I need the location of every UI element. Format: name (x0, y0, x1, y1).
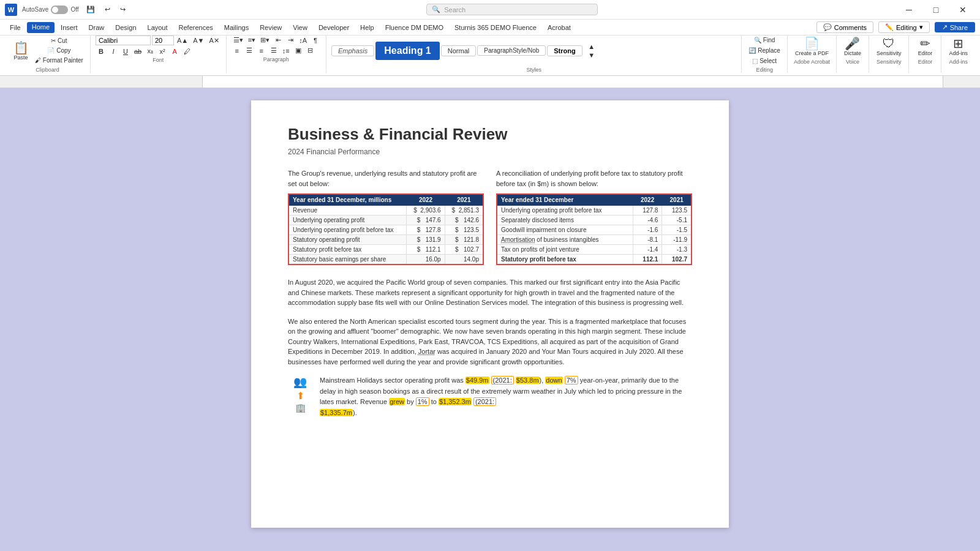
replace-button[interactable]: 🔄 Replace (747, 46, 782, 55)
col-header-2021: 2021 (445, 194, 483, 206)
save-button[interactable]: 💾 (84, 4, 97, 15)
financial-table: Year ended 31 December, millions 2022 20… (288, 193, 484, 265)
menu-fluence-dm[interactable]: Fluence DM DEMO (380, 23, 448, 32)
sort-button[interactable]: ↕A (297, 36, 309, 45)
menu-draw[interactable]: Draw (84, 23, 110, 32)
bullets-button[interactable]: ☰▾ (232, 36, 245, 45)
align-left-button[interactable]: ≡ (232, 47, 243, 55)
close-button[interactable]: ✕ (951, 0, 975, 20)
highlight-pct: 7% (565, 376, 578, 384)
borders-button[interactable]: ⊟ (305, 46, 316, 55)
italic-button[interactable]: I (108, 47, 119, 56)
document-title: Business & Financial Review (288, 125, 692, 144)
decrease-font-button[interactable]: A▼ (191, 36, 206, 45)
menu-view[interactable]: View (288, 23, 312, 32)
style-emphasis[interactable]: Emphasis (331, 45, 374, 56)
row-val-2022: -4.6 (633, 216, 662, 225)
paste-button[interactable]: 📋 Paste (10, 40, 32, 62)
decrease-indent-button[interactable]: ⇤ (273, 36, 284, 45)
font-name-input[interactable] (96, 36, 151, 45)
cut-button[interactable]: ✂ Cut (33, 36, 85, 45)
menu-file[interactable]: File (5, 23, 26, 32)
select-button[interactable]: ⬚ Select (747, 56, 782, 66)
share-icon: ↗ (942, 23, 948, 31)
menu-developer[interactable]: Developer (314, 23, 354, 32)
menu-design[interactable]: Design (110, 23, 141, 32)
search-box[interactable]: 🔍 Search (426, 4, 598, 15)
menu-insert[interactable]: Insert (56, 23, 83, 32)
font-size-input[interactable] (152, 36, 174, 45)
autosave-toggle[interactable] (51, 6, 68, 14)
autosave: AutoSave Off (22, 6, 79, 14)
row-label: Statutory basic earnings per share (288, 255, 407, 265)
highlight-button[interactable]: 🖊 (181, 47, 192, 56)
superscript-button[interactable]: x² (157, 47, 168, 56)
maximize-button[interactable]: □ (924, 0, 948, 20)
row-val-2021: -1.3 (662, 245, 692, 255)
numbering-button[interactable]: ≡▾ (246, 36, 257, 45)
clear-format-button[interactable]: A✕ (207, 36, 221, 45)
table-row: Underlying operating profit before tax 1… (497, 206, 692, 216)
justify-button[interactable]: ☰ (268, 46, 279, 55)
style-strong[interactable]: Strong (547, 45, 582, 56)
increase-font-button[interactable]: A▲ (175, 36, 190, 45)
ruler-inner (202, 76, 943, 88)
highlight-value-3: $1,352.3m (439, 398, 472, 405)
menu-home[interactable]: Home (27, 22, 55, 33)
format-painter-button[interactable]: 🖌 Format Painter (33, 56, 85, 65)
multilevel-button[interactable]: ⊞▾ (258, 36, 271, 45)
strikethrough-button[interactable]: ab (132, 47, 143, 56)
subscript-button[interactable]: x₂ (145, 47, 156, 56)
align-center-button[interactable]: ☰ (244, 46, 255, 55)
dictate-button[interactable]: 🎤 Dictate (842, 36, 864, 58)
chevron-down-icon: ▾ (919, 23, 923, 31)
align-right-button[interactable]: ≡ (256, 47, 267, 55)
find-button[interactable]: 🔍 Find (747, 36, 782, 45)
underline-button[interactable]: U (120, 47, 131, 56)
increase-indent-button[interactable]: ⇥ (285, 36, 296, 45)
minimize-button[interactable]: ─ (897, 0, 921, 20)
menu-references[interactable]: References (174, 23, 218, 32)
show-marks-button[interactable]: ¶ (310, 36, 321, 45)
editing-button[interactable]: ✏️ Editing ▾ (878, 21, 930, 33)
style-heading1[interactable]: Heading 1 (375, 42, 439, 60)
row-val-2022: 112.1 (633, 255, 662, 265)
row-val-2021: -5.1 (662, 216, 692, 225)
ribbon: 📋 Paste ✂ Cut 📄 Copy 🖌 Format Painter Cl… (0, 36, 980, 76)
undo-button[interactable]: ↩ (102, 4, 113, 15)
create-pdf-button[interactable]: 📄 Create a PDF (793, 36, 831, 58)
redo-button[interactable]: ↪ (118, 4, 128, 15)
row-val-2022: $ 147.6 (407, 216, 445, 225)
tables-section: The Group's revenue, underlying results … (288, 168, 692, 265)
row-val-2022: -1.4 (633, 245, 662, 255)
table-row: Revenue $ 2,903.6 $ 2,851.3 (288, 206, 483, 216)
menu-layout[interactable]: Layout (143, 23, 173, 32)
menu-mailings[interactable]: Mailings (219, 23, 254, 32)
styles-scroll-up[interactable]: ▲ (586, 42, 597, 51)
menu-help[interactable]: Help (355, 23, 379, 32)
font-color-button[interactable]: A (169, 47, 180, 56)
row-val-2021: -1.5 (662, 225, 692, 235)
search-icon: 🔍 (432, 6, 440, 13)
copy-button[interactable]: 📄 Copy (33, 46, 85, 55)
addins-button[interactable]: ⊞ Add-ins (946, 36, 970, 58)
line-spacing-button[interactable]: ↕≡ (281, 47, 292, 55)
comments-button[interactable]: 💬 Comments (816, 21, 873, 33)
share-button[interactable]: ↗ Share (935, 22, 975, 32)
bold-button[interactable]: B (96, 47, 107, 56)
title-bar-right: ─ □ ✕ (897, 0, 975, 20)
highlight-value-4: $1,335.7m (320, 409, 353, 416)
row-val-2022: -8.1 (633, 235, 662, 245)
editor-button[interactable]: ✏ Editor (914, 36, 936, 58)
sensitivity-button[interactable]: 🛡 Sensitivity (874, 36, 904, 58)
editor-icon: ✏ (920, 37, 930, 50)
style-paragraph[interactable]: ParagraphStyle/Nob (477, 45, 546, 56)
style-normal[interactable]: Normal (441, 45, 476, 56)
menu-sturnis[interactable]: Sturnis 365 DEMO Fluence (450, 23, 541, 32)
paste-icon: 📋 (13, 41, 29, 54)
menu-acrobat[interactable]: Acrobat (543, 23, 576, 32)
row-label: Tax on profits of joint venture (497, 245, 633, 255)
shading-button[interactable]: ▣ (293, 46, 304, 55)
menu-review[interactable]: Review (255, 23, 287, 32)
styles-scroll-down[interactable]: ▼ (586, 51, 597, 59)
